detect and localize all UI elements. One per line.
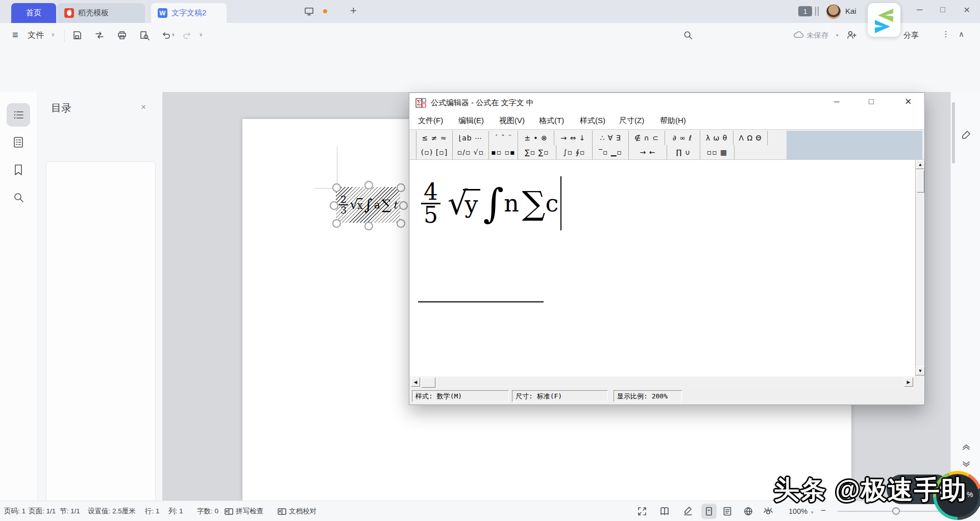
outline-pane-button[interactable] — [7, 103, 30, 127]
selected-equation-object[interactable]: 2 3 √ x ∫ a ∑ t — [336, 187, 400, 223]
output-convert-icon[interactable] — [94, 30, 105, 40]
zoom-caret-icon[interactable]: ▾ — [811, 510, 814, 515]
toolbar-more-icon[interactable]: ∨ — [199, 32, 203, 37]
eq-status-zoom[interactable]: 显示比例: 200% — [614, 390, 682, 402]
scroll-down-icon[interactable]: ▼ — [916, 366, 925, 375]
tpl-arrow-label-button[interactable]: → ← — [629, 145, 667, 159]
eye-protect-icon[interactable] — [763, 506, 774, 516]
sym-logic-button[interactable]: ∴ ∀ ∃ — [593, 131, 629, 145]
menu-size[interactable]: 尺寸(Z) — [619, 116, 644, 126]
menu-format[interactable]: 格式(T) — [539, 116, 564, 126]
redo-icon[interactable] — [182, 30, 192, 40]
eq-horizontal-scrollbar[interactable]: ◀ ▶ — [410, 376, 924, 388]
menu-view[interactable]: 视图(V) — [499, 116, 525, 126]
sym-arrows-button[interactable]: → ⇔ ↓ — [554, 131, 593, 145]
doc-proof-button[interactable]: 文档校对 — [278, 501, 316, 521]
page-down-icon[interactable] — [962, 461, 970, 468]
vertical-scrollbar[interactable] — [952, 102, 955, 163]
scroll-up-icon[interactable]: ▲ — [916, 160, 925, 169]
menu-style[interactable]: 样式(S) — [580, 116, 605, 126]
sym-operators-button[interactable]: ± • ⊗ — [518, 131, 554, 145]
menu-file[interactable]: 文件(F) — [418, 116, 443, 126]
spell-check-button[interactable]: 拼写检查 — [225, 501, 263, 521]
sym-spaces-button[interactable]: ⌊ab ⋯ — [453, 131, 489, 145]
file-menu-caret-icon[interactable]: ∨ — [51, 32, 55, 37]
tab-template[interactable]: 稻壳模板 — [57, 3, 145, 23]
page-up-icon[interactable] — [962, 443, 970, 451]
tpl-summation-button[interactable]: ∑▫ ∑▫ — [518, 145, 556, 159]
hscroll-thumb[interactable] — [421, 377, 435, 388]
zoom-out-button[interactable]: − — [821, 506, 826, 516]
eq-maximize-button[interactable]: □ — [869, 97, 874, 106]
sym-relations-button[interactable]: ≤ ≠ ≈ — [416, 131, 453, 145]
collaborate-icon[interactable] — [846, 30, 857, 40]
resize-handle[interactable] — [330, 201, 338, 210]
scroll-right-icon[interactable]: ▶ — [904, 377, 913, 387]
sym-sets-button[interactable]: ∉ ∩ ⊂ — [629, 131, 665, 145]
outline-mode-icon[interactable] — [722, 506, 732, 516]
sym-misc-button[interactable]: ∂ ∞ ℓ — [665, 131, 700, 145]
undo-caret-icon[interactable]: ▾ — [172, 32, 175, 37]
close-button[interactable]: × — [964, 4, 970, 16]
sym-greek-upper-button[interactable]: Λ Ω Θ — [733, 131, 768, 145]
find-pane-button[interactable] — [12, 191, 24, 203]
resize-handle[interactable] — [397, 183, 405, 192]
equation-editor-titlebar[interactable]: Σ 公式编辑器 - 公式在 文字文 中 ─ □ × — [409, 93, 924, 112]
sym-greek-lower-button[interactable]: λ ω θ — [700, 131, 733, 145]
resize-handle[interactable] — [364, 181, 373, 190]
undo-icon[interactable] — [161, 30, 171, 40]
tpl-integral-button[interactable]: ∫▫ ∮▫ — [556, 145, 593, 159]
resize-handle[interactable] — [397, 219, 405, 228]
tpl-product-button[interactable]: ∏ ∪ — [667, 145, 700, 159]
fullscreen-icon[interactable] — [637, 506, 647, 516]
menu-help[interactable]: 帮助(H) — [660, 116, 686, 126]
eq-minimize-button[interactable]: ─ — [834, 97, 840, 106]
search-icon[interactable] — [683, 30, 693, 40]
resize-handle[interactable] — [332, 219, 341, 228]
notes-pane-button[interactable] — [12, 136, 24, 148]
hamburger-icon[interactable]: ≡ — [12, 29, 18, 41]
eq-vertical-scrollbar[interactable]: ▲ ▼ — [915, 160, 924, 376]
eq-status-style[interactable]: 样式: 数学(M) — [412, 390, 509, 402]
menu-edit[interactable]: 编辑(E) — [458, 116, 484, 126]
collapse-ribbon-icon[interactable]: ∧ — [959, 30, 964, 39]
equation-edit-area[interactable]: 45 √ y ∫ n ∑ c — [410, 160, 915, 376]
page-mode-button-active[interactable] — [701, 504, 717, 519]
print-preview-icon[interactable] — [139, 30, 150, 40]
save-status[interactable]: 未保存 — [806, 31, 829, 40]
tpl-bars-button[interactable]: ‾▫ ▁▫ — [593, 145, 629, 159]
save-status-caret-icon[interactable]: ▾ — [836, 33, 839, 38]
file-menu[interactable]: 文件 — [28, 30, 44, 41]
scroll-thumb[interactable] — [917, 170, 924, 193]
tab-document[interactable]: W 文字文稿2 — [151, 3, 227, 23]
minimize-button[interactable]: ─ — [917, 5, 922, 14]
resize-handle[interactable] — [399, 201, 408, 210]
resize-handle[interactable] — [332, 183, 341, 192]
scroll-left-icon[interactable]: ◀ — [411, 377, 420, 387]
task-count-badge[interactable]: 1 — [798, 6, 812, 16]
sym-accents-button[interactable]: ´ ˆ ¨ — [489, 131, 518, 145]
resize-handle[interactable] — [364, 222, 373, 230]
monitor-icon[interactable] — [304, 7, 314, 16]
quick-pen-icon[interactable] — [961, 130, 971, 140]
share-button[interactable]: 分享 — [903, 31, 919, 40]
avatar[interactable] — [826, 4, 841, 19]
eq-close-button[interactable]: × — [905, 95, 912, 108]
tpl-fraction-radical-button[interactable]: ▫∕▫ √▫ — [453, 145, 489, 159]
restore-button[interactable]: □ — [940, 5, 945, 14]
bookmark-pane-button[interactable] — [12, 163, 24, 176]
print-icon[interactable] — [117, 30, 127, 40]
read-mode-icon[interactable] — [659, 506, 670, 516]
eq-status-size[interactable]: 尺寸: 标准(F) — [512, 390, 608, 402]
edit-mode-icon[interactable] — [683, 506, 693, 516]
tab-home[interactable]: 首页 — [11, 3, 56, 23]
tpl-subscript-button[interactable]: ▪▫ ▫▪ — [489, 145, 518, 159]
web-layout-icon[interactable] — [743, 506, 753, 516]
more-options-icon[interactable]: ⋮ — [942, 29, 950, 39]
toc-close-icon[interactable]: × — [141, 102, 146, 112]
zoom-slider-handle[interactable] — [892, 507, 900, 515]
tpl-matrix-button[interactable]: ▫▫ ▦ — [700, 145, 734, 159]
save-icon[interactable] — [72, 30, 82, 40]
tpl-fences-button[interactable]: (▫) [▫] — [416, 145, 453, 159]
toc-empty-list[interactable] — [46, 161, 156, 504]
